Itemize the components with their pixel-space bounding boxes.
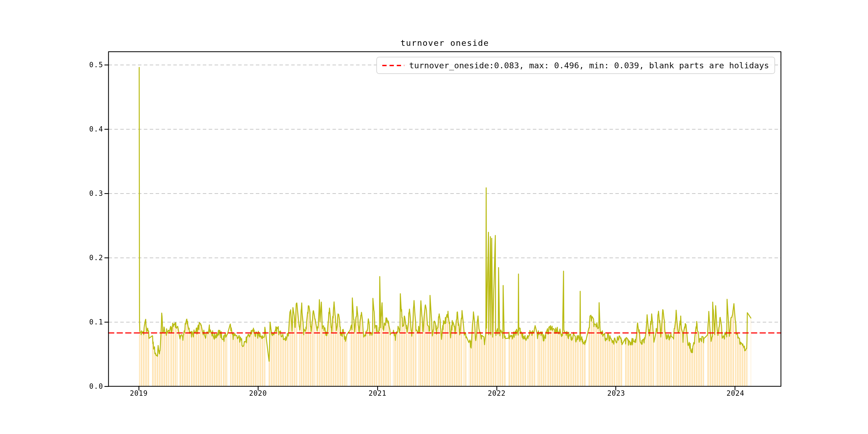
x-tick-label-2019: 2019: [120, 389, 157, 398]
red-dashed-line-icon: [382, 65, 404, 66]
x-tick-label-2020: 2020: [239, 389, 277, 398]
y-tick-label-0.0: 0.0: [54, 382, 103, 391]
x-tick-label-2021: 2021: [359, 389, 396, 398]
legend-label: turnover_oneside:0.083, max: 0.496, min:…: [409, 61, 769, 70]
y-tick-label-0.5: 0.5: [54, 61, 103, 69]
x-tick-label-2024: 2024: [717, 389, 754, 398]
y-tick-label-0.2: 0.2: [54, 253, 103, 262]
y-tick-label-0.1: 0.1: [54, 318, 103, 326]
chart-title: turnover oneside: [108, 38, 781, 48]
x-tick-label-2023: 2023: [597, 389, 635, 398]
y-tick-label-0.4: 0.4: [54, 125, 103, 133]
y-tick-label-0.3: 0.3: [54, 189, 103, 198]
legend: turnover_oneside:0.083, max: 0.496, min:…: [376, 57, 775, 74]
figure: turnover oneside 0.0 0.1 0.2 0.3 0.4 0.5…: [0, 0, 868, 434]
x-tick-label-2022: 2022: [478, 389, 516, 398]
